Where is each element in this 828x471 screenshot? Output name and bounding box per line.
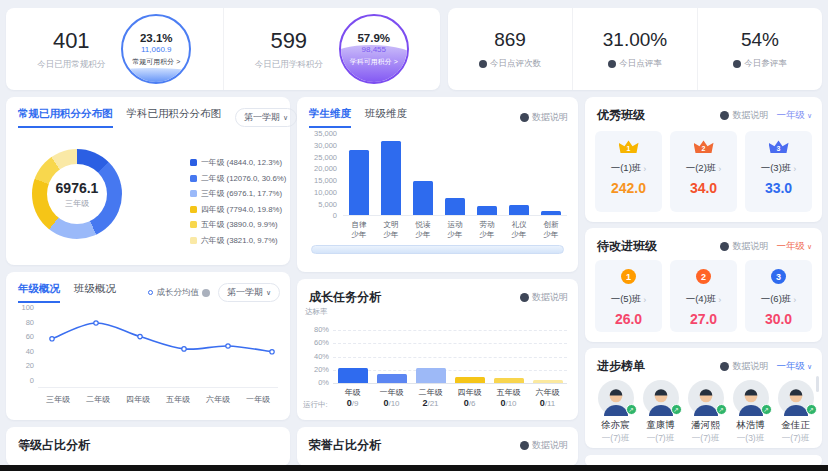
chevron-down-icon: ∨ [807, 363, 812, 371]
honor-ratio-panel: 荣誉占比分析 数据说明 [297, 427, 578, 466]
bar-slot [450, 317, 489, 383]
growth-bar[interactable] [338, 368, 368, 383]
chevron-down-icon: ∨ [807, 243, 812, 251]
x-axis-label: 六年级 [198, 394, 238, 405]
student-bar[interactable] [381, 141, 401, 215]
y-axis-tick: 40 [26, 348, 34, 356]
subject-points-gauge[interactable]: 57.9% 98,455 学科可用积分 > [339, 14, 409, 84]
growth-bar[interactable] [533, 380, 563, 383]
student-item[interactable]: ↗童康博一(7)班 [638, 380, 683, 445]
student-bar[interactable] [445, 198, 465, 215]
data-note-label: 数据说明 [532, 111, 568, 124]
y-axis-tick: 35,000 [314, 130, 337, 138]
growth-bar[interactable] [377, 374, 407, 383]
legend-item: 五年级 (3890.0, 9.9%) [190, 219, 286, 230]
tab-学生维度[interactable]: 学生维度 [309, 107, 351, 128]
student-bar[interactable] [541, 211, 561, 215]
regular-points-gauge[interactable]: 23.1% 11,060.9 常规可用积分 > [121, 14, 191, 84]
donut-chart[interactable]: 6976.1 三年级 [32, 149, 122, 239]
grade-dropdown[interactable]: 一年级∨ [776, 240, 812, 253]
excellent-class-card[interactable]: 2一(2)班›34.0 [670, 131, 737, 212]
excellent-class-card[interactable]: 1一(1)班›242.0 [595, 131, 662, 212]
class-name[interactable]: 一(5)班› [611, 293, 647, 306]
term-dropdown[interactable]: 第一学期∨ [218, 283, 280, 302]
excellent-cards: 1一(1)班›242.02一(2)班›34.03一(3)班›33.0 [595, 131, 812, 212]
excellent-class-card[interactable]: 3一(3)班›33.0 [745, 131, 812, 212]
improve-class-card[interactable]: 2一(4)班›27.0 [670, 260, 737, 332]
bar-slot [503, 134, 535, 215]
participation-rate-value: 54% [741, 29, 779, 51]
class-name[interactable]: 一(4)班› [686, 293, 722, 306]
data-note-label: 数据说明 [732, 360, 768, 373]
points-usage-card: 401 今日已用常规积分 23.1% 11,060.9 常规可用积分 > 599… [6, 8, 440, 90]
line-legend-label: 成长分均值 [156, 287, 199, 299]
student-bar[interactable] [509, 205, 529, 215]
grade-dropdown[interactable]: 一年级∨ [776, 360, 812, 373]
data-note[interactable]: 数据说明 [720, 109, 768, 122]
data-note[interactable]: 数据说明 [520, 439, 568, 452]
growth-bar[interactable] [455, 377, 485, 383]
x-axis-label: 年级 [333, 387, 372, 398]
donut-legend: 一年级 (4844.0, 12.3%)二年级 (12076.0, 30.6%)三… [190, 157, 286, 246]
tab-班级概况[interactable]: 班级概况 [74, 282, 116, 303]
grade-dropdown[interactable]: 一年级∨ [776, 109, 812, 122]
x-axis-label: 五年级 [489, 387, 528, 398]
growth-bar[interactable] [494, 378, 524, 383]
x-axis-label: 四年级 [450, 387, 489, 398]
x-axis-label: 自律 少年 [343, 220, 375, 240]
avatar: ↗ [643, 380, 679, 416]
legend-swatch [190, 159, 197, 166]
progress-up-icon: ↗ [716, 404, 727, 415]
data-note[interactable]: 数据说明 [720, 360, 768, 373]
term-dropdown[interactable]: 第一学期∨ [235, 108, 297, 127]
gauge-link[interactable]: 常规可用积分 > [132, 57, 180, 67]
x-axis-label: 劳动 少年 [471, 220, 503, 240]
progress-up-icon: ↗ [626, 404, 637, 415]
improve-class-card[interactable]: 3一(6)班›30.0 [745, 260, 812, 332]
student-item[interactable]: ↗林浩博一(3)班 [728, 380, 773, 445]
student-name: 徐亦宸 [601, 419, 630, 432]
grade-line-plot[interactable] [38, 304, 278, 388]
x-axis-label: 文明 少年 [375, 220, 407, 240]
class-score: 34.0 [690, 180, 717, 196]
data-note-label: 数据说明 [532, 291, 568, 304]
points-distribution-panel: 常规已用积分分布图学科已用积分分布图 第一学期∨ 6976.1 三年级 一年级 … [6, 97, 290, 265]
class-name[interactable]: 一(6)班› [761, 293, 797, 306]
class-name[interactable]: 一(1)班› [611, 162, 647, 175]
bar-slot [489, 317, 528, 383]
stat-text: 599 今日已用学科积分 [255, 28, 323, 71]
student-item[interactable]: ↗潘河熙一(7)班 [683, 380, 728, 445]
data-note[interactable]: 数据说明 [720, 240, 768, 253]
grade-dropdown-label: 一年级 [776, 360, 805, 373]
improve-class-card[interactable]: 1一(5)班›26.0 [595, 260, 662, 332]
review-count-label: 今日点评次数 [490, 58, 541, 70]
panel-title: 优秀班级 [597, 107, 645, 124]
class-name[interactable]: 一(2)班› [686, 162, 722, 175]
growth-runs: 0/90/102/210/60/100/11 [333, 398, 567, 408]
tab-常规已用积分分布图[interactable]: 常规已用积分分布图 [18, 107, 113, 128]
student-item[interactable]: ↗金佳正一(7)班 [773, 380, 818, 445]
data-note[interactable]: 数据说明 [520, 111, 568, 124]
x-axis-label: 礼仪 少年 [503, 220, 535, 240]
legend-label: 四年级 (7794.0, 19.8%) [201, 204, 282, 215]
student-bar[interactable] [349, 150, 369, 215]
rank-number: 3 [769, 144, 789, 153]
student-bar[interactable] [477, 206, 497, 215]
chart-zoom-slider[interactable] [311, 245, 564, 254]
panel-title: 进步榜单 [597, 358, 645, 375]
growth-bar[interactable] [416, 368, 446, 383]
term-dropdown-label: 第一学期 [244, 111, 280, 124]
data-note[interactable]: 数据说明 [520, 291, 568, 304]
stat-review-rate: 31.00% 今日点评率 [572, 8, 697, 90]
class-name[interactable]: 一(3)班› [761, 162, 797, 175]
student-item[interactable]: ↗徐亦宸一(7)班 [593, 380, 638, 445]
avatar: ↗ [688, 380, 724, 416]
gauge-link[interactable]: 学科可用积分 > [350, 57, 398, 67]
running-total: /21 [427, 399, 438, 408]
class-score: 26.0 [615, 311, 642, 327]
tab-班级维度[interactable]: 班级维度 [365, 107, 407, 128]
tab-学科已用积分分布图[interactable]: 学科已用积分分布图 [127, 107, 222, 128]
tab-年级概况[interactable]: 年级概况 [18, 282, 60, 303]
running-count: 0/9 [333, 398, 372, 408]
student-bar[interactable] [413, 181, 433, 215]
